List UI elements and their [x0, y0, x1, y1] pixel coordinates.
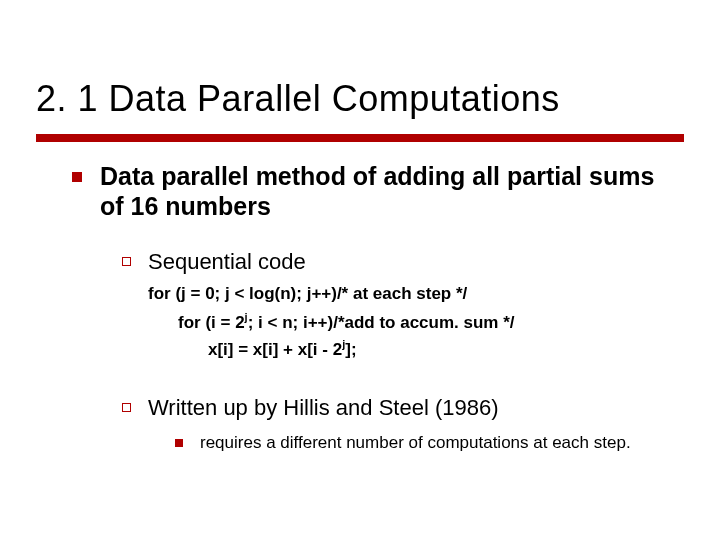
code-line: for (i = 2j; i < n; i++)/*add to accum. …	[178, 311, 515, 333]
level2-text: Sequential code	[148, 249, 684, 275]
square-bullet-icon	[122, 403, 131, 412]
bullet-icon	[72, 172, 82, 182]
level3-text: requires a different number of computati…	[200, 433, 631, 453]
level1-text: Data parallel method of adding all parti…	[100, 162, 684, 221]
code-text: x[i] = x[i] + x[i - 2	[208, 340, 342, 359]
level2-text: Written up by Hillis and Steel (1986)	[148, 395, 684, 421]
code-line: for (j = 0; j < log(n); j++)/* at each s…	[148, 284, 467, 304]
bullet-icon	[175, 439, 183, 447]
slide-title: 2. 1 Data Parallel Computations	[36, 78, 560, 120]
code-line: x[i] = x[i] + x[i - 2j];	[208, 338, 357, 360]
code-text: ];	[345, 340, 356, 359]
title-underline	[36, 134, 684, 142]
slide: 2. 1 Data Parallel Computations Data par…	[0, 0, 720, 540]
code-text: for (i = 2	[178, 313, 245, 332]
code-text: ; i < n; i++)/*add to accum. sum */	[248, 313, 515, 332]
square-bullet-icon	[122, 257, 131, 266]
